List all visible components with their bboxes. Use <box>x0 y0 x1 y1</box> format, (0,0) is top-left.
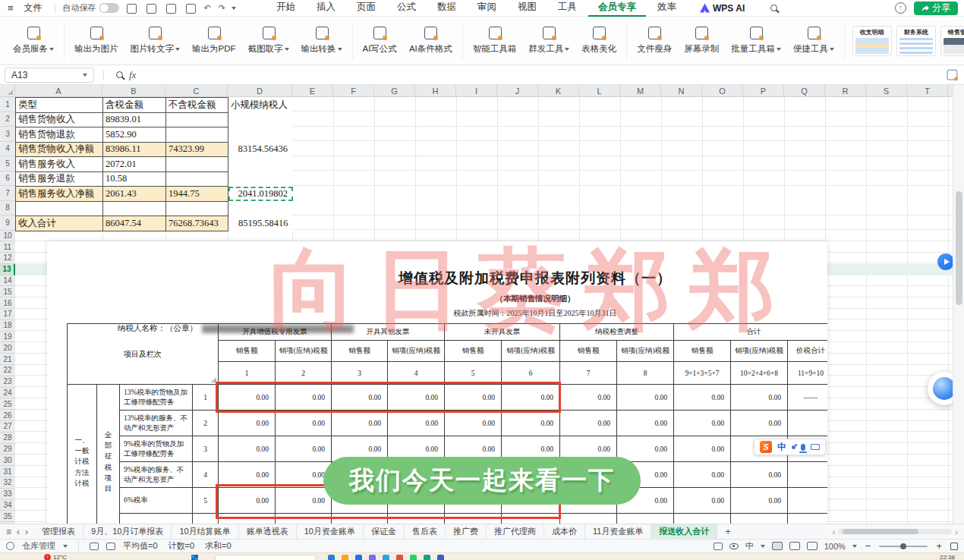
sheet-tab-成本价[interactable]: 成本价 <box>544 524 585 539</box>
column-header-I[interactable]: I <box>456 85 497 96</box>
column-header-R[interactable]: R <box>825 85 866 96</box>
cell-name-box[interactable]: A13 <box>5 68 94 83</box>
share-button[interactable]: 分享 <box>914 2 958 15</box>
tool-会员服务[interactable]: 会员服务 <box>13 27 54 55</box>
wps-ai-button[interactable]: WPS AI <box>700 3 745 14</box>
menu-数据[interactable]: 数据 <box>427 0 466 17</box>
tool-智能工具箱[interactable]: 智能工具箱 <box>473 27 517 55</box>
warehouse-chevron-icon[interactable] <box>63 545 68 548</box>
cell-C7[interactable]: 1944.75 <box>166 187 228 202</box>
eye-protect-icon[interactable] <box>729 543 739 549</box>
cell-B7[interactable]: 2061.43 <box>103 187 166 202</box>
column-header-O[interactable]: O <box>702 85 743 96</box>
row-header-20[interactable]: 20 <box>0 342 15 354</box>
cell-D1[interactable]: 小规模纳税人 <box>228 98 293 113</box>
menu-页面[interactable]: 页面 <box>347 0 386 17</box>
sheet-tab-保证金[interactable]: 保证金 <box>364 524 405 539</box>
sheet-tab-管理报表[interactable]: 管理报表 <box>34 524 83 539</box>
cell-B8[interactable] <box>103 201 166 216</box>
tool-便捷工具[interactable]: 便捷工具 <box>793 27 834 55</box>
clipboard-icon[interactable] <box>90 543 99 550</box>
cell-C8[interactable] <box>166 201 228 216</box>
taskbar-app-icon[interactable] <box>383 555 389 560</box>
row-header-11[interactable]: 11 <box>0 241 15 253</box>
column-header-J[interactable]: J <box>497 85 538 96</box>
upgrade-icon[interactable]: ↑ <box>895 2 906 14</box>
row-header-14[interactable]: 14 <box>0 275 15 287</box>
cell-B9[interactable]: 86047.54 <box>103 216 166 231</box>
row-header-4[interactable]: 4 <box>0 142 15 157</box>
cell-A5[interactable]: 销售服务收入 <box>16 157 103 172</box>
cell-D2[interactable] <box>228 112 293 127</box>
column-header-D[interactable]: D <box>228 85 292 96</box>
row-header-26[interactable]: 26 <box>0 410 15 421</box>
cell-B1[interactable]: 含税金额 <box>103 98 166 113</box>
column-header-G[interactable]: G <box>374 85 415 96</box>
sheet-tab-10月结算账单[interactable]: 10月结算账单 <box>172 524 238 539</box>
row-header-3[interactable]: 3 <box>0 127 15 142</box>
column-header-Q[interactable]: Q <box>784 85 825 96</box>
row-header-24[interactable]: 24 <box>0 388 15 399</box>
row-header-6[interactable]: 6 <box>0 171 15 187</box>
mode-circle-icon[interactable] <box>6 542 14 550</box>
menu-公式[interactable]: 公式 <box>387 0 426 17</box>
column-header-M[interactable]: M <box>620 85 661 96</box>
warehouse-dropdown[interactable]: 仓库管理 <box>22 540 55 552</box>
column-header-S[interactable]: S <box>866 85 907 96</box>
cell-D7[interactable]: 2041.019802 <box>228 187 293 202</box>
fx-icon[interactable]: fx <box>129 69 136 81</box>
tool-输出为图片[interactable]: 输出为图片 <box>74 27 118 55</box>
cell-A2[interactable]: 销售货物收入 <box>16 112 103 127</box>
column-header-T[interactable]: T <box>907 85 948 96</box>
sheet-tab-9月、10月订单报表[interactable]: 9月、10月订单报表 <box>83 524 172 539</box>
zoom-out-formula-icon[interactable] <box>116 71 123 78</box>
zoom-slider[interactable] <box>879 546 928 547</box>
column-header-N[interactable]: N <box>661 85 702 96</box>
column-header-A[interactable]: A <box>15 85 102 96</box>
add-sheet-button[interactable]: + <box>717 524 739 539</box>
save-icon[interactable] <box>125 3 137 14</box>
row-header-15[interactable]: 15 <box>0 286 15 297</box>
quickbar-more-chevron-icon[interactable] <box>232 7 236 10</box>
ime-toolbar[interactable]: S 中 <box>754 439 826 455</box>
cell-A3[interactable]: 销售货物退款 <box>16 127 103 143</box>
normal-view-button[interactable] <box>772 542 783 550</box>
cell-B3[interactable]: 5852.90 <box>103 127 166 143</box>
cell-C6[interactable] <box>166 171 228 187</box>
taskbar-app-icon[interactable] <box>396 555 403 560</box>
row-header-23[interactable]: 23 <box>0 376 15 388</box>
cell-D3[interactable] <box>228 127 293 143</box>
sheet-tab-售后表[interactable]: 售后表 <box>405 524 446 539</box>
row-header-16[interactable]: 16 <box>0 297 15 309</box>
zoom-out-button[interactable]: − <box>864 540 873 552</box>
print-icon[interactable] <box>165 3 177 14</box>
template-card[interactable]: 销售管理 <box>940 26 964 56</box>
language-chevron-icon[interactable] <box>761 545 765 548</box>
tool-文件瘦身[interactable]: 文件瘦身 <box>637 27 672 55</box>
cell-D6[interactable] <box>228 171 293 187</box>
filter-pane-icon[interactable] <box>946 69 958 80</box>
cell-B2[interactable]: 89839.01 <box>103 112 166 127</box>
tab-list-icon[interactable]: ≡ <box>6 527 11 537</box>
export-icon[interactable] <box>145 3 157 14</box>
tool-表格美化[interactable]: 表格美化 <box>581 27 616 55</box>
taskbar-app-icon[interactable] <box>342 555 348 560</box>
row-header-2[interactable]: 2 <box>0 112 15 127</box>
zoom-level[interactable]: 100% <box>824 542 846 551</box>
tool-AI写公式[interactable]: AI写公式 <box>363 27 397 55</box>
row-header-17[interactable]: 17 <box>0 309 15 320</box>
outline-icon[interactable] <box>106 543 115 550</box>
cell-A4[interactable]: 销售货物收入净额 <box>16 142 103 157</box>
cell-A7[interactable]: 销售服务收入净额 <box>16 187 103 202</box>
tool-截图取字[interactable]: 截图取字 <box>248 27 289 55</box>
tool-输出转换[interactable]: 输出转换 <box>301 27 342 55</box>
assistant-float-button[interactable] <box>937 253 954 270</box>
vertical-scrollbar-thumb[interactable] <box>956 191 962 305</box>
column-header-C[interactable]: C <box>165 85 228 96</box>
sheet-tab-10月资金账单[interactable]: 10月资金账单 <box>297 524 364 539</box>
tab-next-icon[interactable]: › <box>25 527 28 537</box>
sheet-tab-推广代理商[interactable]: 推广代理商 <box>487 524 544 539</box>
windows-start-icon[interactable] <box>191 555 198 560</box>
row-header-12[interactable]: 12 <box>0 253 15 264</box>
row-header-5[interactable]: 5 <box>0 156 15 171</box>
